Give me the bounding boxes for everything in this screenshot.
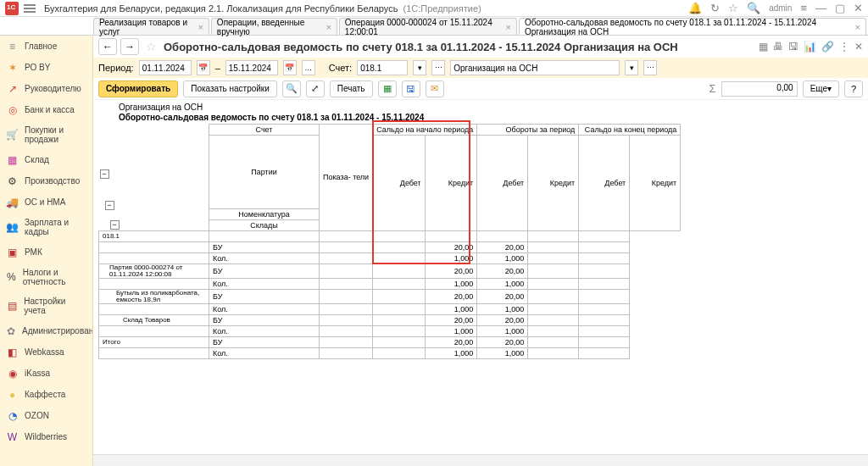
link-icon[interactable]: 🔗: [821, 41, 834, 53]
excel-icon[interactable]: ▦: [378, 80, 397, 97]
close-page-icon[interactable]: ✕: [854, 41, 863, 53]
sidebar-item[interactable]: ▦Склад: [0, 149, 92, 170]
sidebar-item[interactable]: ⚙Производство: [0, 170, 92, 191]
tab-close-icon[interactable]: ×: [198, 22, 203, 32]
account-label: Счет:: [329, 63, 352, 73]
nav-icon: ✶: [7, 62, 18, 73]
horizontal-scrollbar[interactable]: [93, 454, 868, 466]
account-dd-icon[interactable]: ▾: [413, 60, 426, 75]
org-dd-icon[interactable]: ▾: [625, 60, 638, 75]
sidebar-item[interactable]: 🚚ОС и НМА: [0, 191, 92, 213]
chart-icon[interactable]: 📊: [804, 41, 816, 53]
tab[interactable]: Операции, введенные вручную×: [211, 18, 337, 35]
sidebar-item[interactable]: ◉iKassa: [0, 363, 92, 384]
report-org: Организация на ОСН: [98, 102, 863, 112]
tab[interactable]: Реализация товаров и услуг×: [93, 18, 209, 35]
print-icon[interactable]: 🖶: [773, 41, 783, 53]
help-icon[interactable]: ?: [844, 80, 863, 97]
nav-back-button[interactable]: ←: [98, 38, 117, 55]
table-row: Бутыль из поликарбоната, емкость 18,9лБУ…: [99, 289, 681, 303]
close-icon[interactable]: ✕: [854, 2, 863, 14]
app-title: Бухгалтерия для Беларуси, редакция 2.1. …: [44, 3, 688, 14]
tab-close-icon[interactable]: ×: [326, 22, 331, 32]
favorite-star-icon[interactable]: ☆: [146, 40, 157, 53]
mail-icon[interactable]: ✉: [426, 80, 444, 97]
sidebar-item[interactable]: ◔OZON: [0, 405, 92, 426]
history-icon[interactable]: ↻: [710, 2, 720, 14]
table-row: Кол.1,0001,000: [99, 278, 681, 289]
settings-icon[interactable]: ≡: [800, 2, 807, 14]
sidebar-item-label: РО BY: [25, 63, 50, 72]
tool-1-icon[interactable]: ▦: [759, 41, 768, 53]
account-pick-icon[interactable]: ⋯: [431, 60, 445, 75]
nav-icon: 🛒: [7, 130, 18, 141]
nav-icon: ≡: [7, 41, 18, 52]
zoom-in-icon[interactable]: 🔍: [282, 80, 301, 97]
page-title: Оборотно-сальдовая ведомость по счету 01…: [164, 41, 755, 53]
minimize-icon[interactable]: —: [815, 2, 826, 14]
table-row: Склад ТоваровБУ20,0020,00: [99, 314, 681, 325]
bell-icon[interactable]: 🔔: [688, 2, 702, 14]
org-pick-icon[interactable]: ⋯: [643, 60, 657, 75]
sidebar-item[interactable]: ◧Webkassa: [0, 341, 92, 363]
nav-icon: W: [7, 431, 18, 442]
sidebar-item-label: ОС и НМА: [25, 197, 65, 207]
sidebar-item-label: Настройки учета: [24, 297, 86, 315]
nav-icon: ◉: [7, 368, 18, 379]
table-row: ИтогоБУ20,0020,00: [99, 336, 681, 347]
tree-toggle[interactable]: −: [110, 220, 120, 230]
table-row: Кол.1,0001,000: [99, 303, 681, 314]
tab-close-icon[interactable]: ×: [505, 22, 510, 32]
report-title: Оборотно-сальдовая ведомость по счету 01…: [98, 112, 863, 124]
generate-button[interactable]: Сформировать: [98, 80, 178, 97]
zoom-fit-icon[interactable]: ⤢: [306, 80, 325, 97]
sidebar-item[interactable]: %Налоги и отчетность: [0, 263, 92, 291]
more-button[interactable]: Еще ▾: [803, 80, 839, 97]
tree-toggle[interactable]: −: [105, 201, 114, 210]
sidebar-item-label: OZON: [25, 411, 49, 420]
save-disk-icon[interactable]: 🖫: [402, 80, 420, 97]
tab-close-icon[interactable]: ×: [855, 22, 860, 32]
account-input[interactable]: [357, 60, 408, 75]
sidebar-item[interactable]: ≡Главное: [0, 36, 92, 57]
period-pick-icon[interactable]: …: [302, 60, 315, 75]
sidebar-item[interactable]: ▤Настройки учета: [0, 291, 92, 320]
nav-icon: ▣: [7, 247, 18, 258]
star-icon[interactable]: ☆: [728, 2, 738, 14]
nav-icon: ↗: [7, 83, 18, 94]
org-input[interactable]: [450, 60, 620, 75]
save-icon[interactable]: 🖫: [788, 41, 798, 53]
nav-forward-button[interactable]: →: [120, 38, 139, 55]
sidebar-item[interactable]: ✶РО BY: [0, 57, 92, 78]
sidebar-item[interactable]: 👥Зарплата и кадры: [0, 213, 92, 241]
more-vert-icon[interactable]: ⋮: [839, 41, 849, 53]
sidebar-item[interactable]: ▣РМК: [0, 241, 92, 263]
sidebar-item[interactable]: ◎Банк и касса: [0, 99, 92, 120]
show-settings-button[interactable]: Показать настройки: [183, 80, 277, 97]
calendar-to-icon[interactable]: 📅: [283, 60, 297, 75]
period-from-input[interactable]: [139, 60, 192, 75]
maximize-icon[interactable]: ▢: [835, 2, 845, 14]
sidebar-item[interactable]: WWildberries: [0, 426, 92, 447]
tab[interactable]: Операция 0000-000024 от 15.11.2024 12:00…: [339, 18, 517, 35]
calendar-from-icon[interactable]: 📅: [197, 60, 210, 75]
sidebar-item[interactable]: 🛒Покупки и продажи: [0, 120, 92, 149]
nav-icon: ▦: [7, 154, 18, 165]
table-row: Кол.1,0001,000: [99, 347, 681, 358]
tree-toggle[interactable]: −: [100, 169, 109, 179]
menu-burger-icon[interactable]: [24, 3, 36, 14]
period-to-input[interactable]: [225, 60, 278, 75]
sum-value: 0,00: [721, 81, 798, 97]
sidebar-item[interactable]: ↗Руководителю: [0, 78, 92, 99]
sidebar-item-label: Webkassa: [25, 347, 64, 357]
sidebar-item-label: Налоги и отчетность: [23, 268, 86, 286]
sidebar-item[interactable]: ✿Администрирование: [0, 320, 92, 341]
print-button[interactable]: Печать: [330, 80, 373, 97]
tab[interactable]: Оборотно-сальдовая ведомость по счету 01…: [519, 18, 866, 35]
sidebar-item[interactable]: ●Каффеста: [0, 384, 92, 405]
search-icon[interactable]: 🔍: [747, 2, 760, 14]
sidebar-item-label: РМК: [25, 247, 42, 257]
sidebar-item-label: Производство: [25, 176, 80, 186]
nav-icon: ✿: [7, 325, 15, 336]
user-label[interactable]: admin: [769, 3, 792, 13]
